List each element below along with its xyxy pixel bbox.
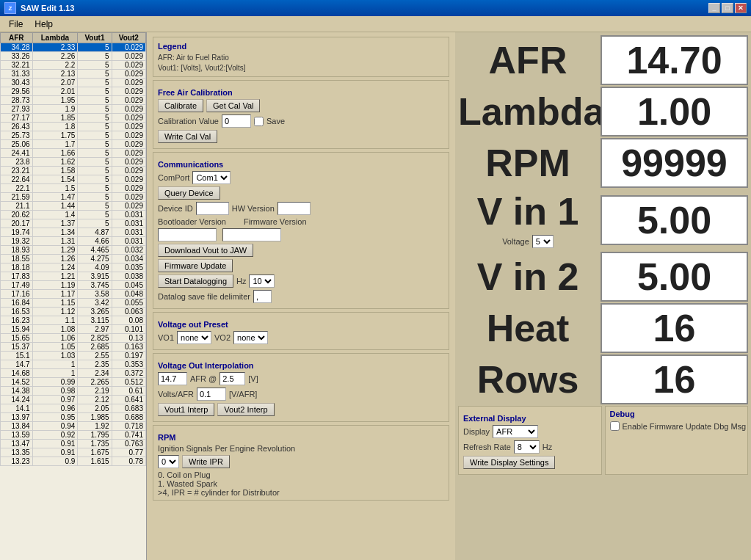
volts-interp-input[interactable] [220, 372, 245, 385]
table-row[interactable]: 15.651.062.8250.13 [1, 334, 146, 343]
table-row[interactable]: 13.350.911.6750.77 [1, 448, 146, 457]
table-row[interactable]: 15.371.052.6850.163 [1, 343, 146, 352]
table-row[interactable]: 27.171.8550.029 [1, 114, 146, 123]
table-row[interactable]: 14.520.992.2650.512 [1, 378, 146, 387]
table-row[interactable]: 21.11.4450.029 [1, 202, 146, 211]
table-row[interactable]: 14.380.982.190.61 [1, 387, 146, 396]
at-label: AFR @ [190, 374, 217, 383]
comport-select[interactable]: Com1Com2Com3Com4 [192, 171, 231, 184]
table-row[interactable]: 27.931.950.029 [1, 105, 146, 114]
app-icon: Z [4, 2, 16, 14]
table-row[interactable]: 17.161.173.580.048 [1, 290, 146, 299]
table-row[interactable]: 17.831.213.9150.038 [1, 272, 146, 281]
table-row[interactable]: 18.551.264.2750.034 [1, 255, 146, 263]
table-row[interactable]: 16.531.123.2650.063 [1, 308, 146, 316]
vo1-select[interactable]: none0-5V1-5V [177, 331, 211, 344]
table-row[interactable]: 14.10.962.050.683 [1, 404, 146, 413]
volts-afr-input[interactable] [197, 388, 226, 401]
table-row[interactable]: 33.262.2650.029 [1, 52, 146, 61]
table-row[interactable]: 13.230.91.6150.78 [1, 457, 146, 466]
table-row[interactable]: 14.240.972.120.641 [1, 396, 146, 404]
minimize-button[interactable]: _ [708, 3, 720, 13]
table-row[interactable]: 34.282.3350.029 [1, 43, 146, 52]
table-row[interactable]: 14.712.350.353 [1, 360, 146, 369]
table-row[interactable]: 22.11.550.029 [1, 184, 146, 193]
v-label: [V] [248, 374, 258, 383]
data-table-scroll[interactable]: AFR Lambda Vout1 Vout2 34.282.3350.02933… [0, 32, 146, 560]
table-row[interactable]: 26.431.850.029 [1, 123, 146, 131]
table-row[interactable]: 31.332.1350.029 [1, 70, 146, 79]
table-row[interactable]: 23.81.6250.029 [1, 158, 146, 167]
table-row[interactable]: 30.432.0750.029 [1, 79, 146, 87]
table-row[interactable]: 24.411.6650.029 [1, 149, 146, 158]
table-row[interactable]: 15.941.082.970.101 [1, 325, 146, 334]
download-vout-button[interactable]: Download Vout to JAW [158, 244, 253, 257]
table-row[interactable]: 25.731.7550.029 [1, 131, 146, 140]
table-row[interactable]: 13.590.921.7950.741 [1, 431, 146, 440]
start-datalog-button[interactable]: Start Datalogging [158, 274, 233, 288]
firmware-update-button[interactable]: Firmware Update [158, 259, 233, 272]
vout1-interp-button[interactable]: Vout1 Interp [158, 403, 214, 416]
vout2-interp-button[interactable]: Vout2 Interp [217, 403, 274, 416]
refresh-select[interactable]: 4816 [514, 440, 540, 454]
table-row[interactable]: 16.231.13.1150.08 [1, 316, 146, 325]
firmware-version-input[interactable] [222, 228, 281, 241]
table-row[interactable]: 13.840.941.920.718 [1, 422, 146, 431]
table-row[interactable]: 17.491.193.7450.045 [1, 281, 146, 290]
display-select[interactable]: AFRLambdaRPM [493, 425, 538, 438]
afr-interp-input[interactable] [158, 372, 187, 385]
rpm-note2: 1. Wasted Spark [158, 479, 444, 488]
vo2-select[interactable]: none0-5V1-5V [233, 331, 268, 344]
table-row[interactable]: 28.731.9550.029 [1, 96, 146, 105]
bootloader-label: Bootloader Version [158, 217, 226, 226]
heat-gauge-label: Heat [458, 306, 598, 350]
table-row[interactable]: 13.970.951.9850.688 [1, 413, 146, 422]
table-row[interactable]: 16.841.153.420.055 [1, 299, 146, 308]
comport-label: ComPort [158, 173, 189, 182]
table-row[interactable]: 15.11.032.550.197 [1, 352, 146, 360]
table-row[interactable]: 20.621.450.031 [1, 211, 146, 219]
delimiter-input[interactable] [253, 290, 272, 303]
cal-value-input[interactable] [222, 114, 251, 128]
table-row[interactable]: 21.591.4750.029 [1, 193, 146, 202]
hz-select[interactable]: 10520 [249, 274, 275, 288]
table-row[interactable]: 13.470.911.7350.763 [1, 440, 146, 448]
table-row[interactable]: 19.741.344.870.031 [1, 228, 146, 237]
table-row[interactable]: 18.181.244.090.035 [1, 263, 146, 272]
table-row[interactable]: 18.931.294.4650.032 [1, 246, 146, 255]
write-ipr-button[interactable]: Write IPR [182, 455, 230, 468]
hz-label: Hz [236, 277, 246, 286]
close-button[interactable]: ✕ [735, 3, 747, 13]
rpm-panel: RPM Ignition Signals Per Engine Revoluti… [153, 425, 449, 501]
table-row[interactable]: 22.641.5450.029 [1, 175, 146, 184]
right-bottom: External Display Display AFRLambdaRPM Re… [458, 406, 748, 478]
write-display-button[interactable]: Write Display Settings [463, 456, 555, 469]
afr-gauge-value: 14.70 [601, 35, 748, 85]
firmware-label: Firmware Version [244, 217, 307, 226]
table-row[interactable]: 19.321.314.660.031 [1, 237, 146, 246]
menu-help[interactable]: Help [29, 18, 59, 31]
table-row[interactable]: 20.171.3750.031 [1, 219, 146, 228]
voltage-select[interactable]: 5432 [532, 235, 554, 248]
table-row[interactable]: 32.212.250.029 [1, 61, 146, 70]
col-header-lambda: Lambda [32, 33, 78, 43]
table-row[interactable]: 29.562.0150.029 [1, 87, 146, 96]
maximize-button[interactable]: □ [722, 3, 733, 13]
hw-version-input[interactable] [277, 202, 311, 215]
bootloader-input[interactable] [158, 228, 217, 241]
save-checkbox[interactable] [254, 117, 264, 126]
debug-checkbox[interactable] [610, 421, 620, 431]
device-id-input[interactable] [196, 202, 229, 215]
controls-panel: Legend AFR: Air to Fuel Ratio Vout1: [Vo… [147, 32, 455, 560]
menu-file[interactable]: File [3, 18, 29, 31]
col-header-afr: AFR [1, 33, 33, 43]
get-cal-button[interactable]: Get Cal Val [206, 99, 260, 112]
calibrate-button[interactable]: Calibrate [158, 99, 203, 112]
ipr-select[interactable]: 0124 [158, 455, 179, 468]
vin2-gauge-value: 5.00 [601, 252, 748, 302]
write-cal-button[interactable]: Write Cal Val [158, 130, 217, 143]
query-device-button[interactable]: Query Device [158, 186, 220, 200]
table-row[interactable]: 14.6812.340.372 [1, 369, 146, 378]
table-row[interactable]: 25.061.750.029 [1, 140, 146, 149]
table-row[interactable]: 23.211.5850.029 [1, 167, 146, 175]
